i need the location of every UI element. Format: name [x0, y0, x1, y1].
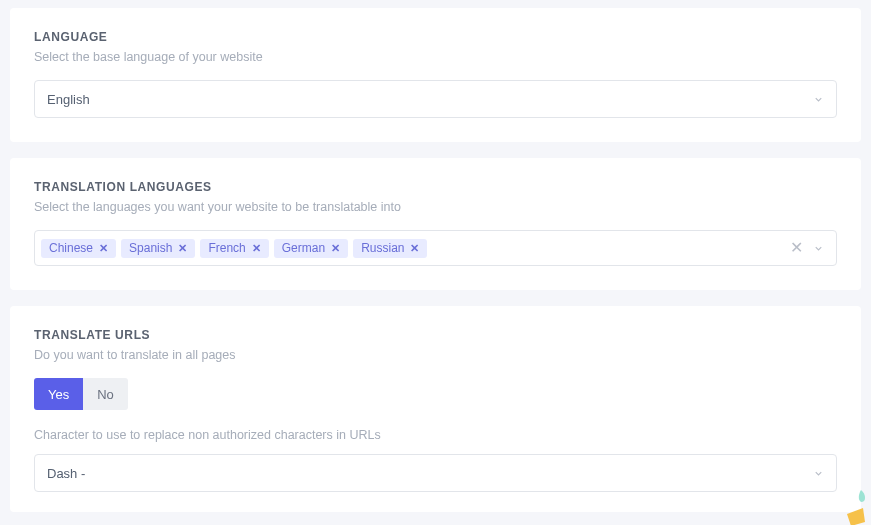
chevron-down-icon: [813, 94, 824, 105]
tag-label: Chinese: [49, 242, 93, 254]
url-char-select[interactable]: Dash -: [34, 454, 837, 492]
translation-card: TRANSLATION LANGUAGES Select the languag…: [10, 158, 861, 290]
url-char-desc: Character to use to replace non authoriz…: [34, 428, 837, 442]
translation-multiselect[interactable]: Chinese ✕ Spanish ✕ French ✕ German ✕ Ru…: [34, 230, 837, 266]
toggle-no[interactable]: No: [83, 378, 128, 410]
language-card: LANGUAGE Select the base language of you…: [10, 8, 861, 142]
tag-russian[interactable]: Russian ✕: [353, 239, 427, 258]
language-desc: Select the base language of your website: [34, 50, 837, 64]
url-char-value: Dash -: [47, 466, 813, 481]
chevron-down-icon: [813, 468, 824, 479]
base-language-select[interactable]: English: [34, 80, 837, 118]
remove-tag-icon[interactable]: ✕: [331, 242, 340, 255]
translate-urls-desc: Do you want to translate in all pages: [34, 348, 837, 362]
translate-urls-toggle: Yes No: [34, 378, 128, 410]
multiselect-controls: ✕: [790, 240, 830, 256]
toggle-yes[interactable]: Yes: [34, 378, 83, 410]
translate-urls-title: TRANSLATE URLS: [34, 328, 837, 342]
remove-tag-icon[interactable]: ✕: [178, 242, 187, 255]
translation-tags: Chinese ✕ Spanish ✕ French ✕ German ✕ Ru…: [41, 239, 790, 258]
remove-tag-icon[interactable]: ✕: [252, 242, 261, 255]
tag-label: German: [282, 242, 325, 254]
base-language-value: English: [47, 92, 813, 107]
translate-urls-card: TRANSLATE URLS Do you want to translate …: [10, 306, 861, 512]
tag-label: Spanish: [129, 242, 172, 254]
language-title: LANGUAGE: [34, 30, 837, 44]
chevron-down-icon[interactable]: [813, 243, 824, 254]
tag-french[interactable]: French ✕: [200, 239, 268, 258]
translation-title: TRANSLATION LANGUAGES: [34, 180, 837, 194]
tag-chinese[interactable]: Chinese ✕: [41, 239, 116, 258]
translation-desc: Select the languages you want your websi…: [34, 200, 837, 214]
tag-spanish[interactable]: Spanish ✕: [121, 239, 195, 258]
tag-label: French: [208, 242, 245, 254]
tag-german[interactable]: German ✕: [274, 239, 348, 258]
clear-all-icon[interactable]: ✕: [790, 240, 803, 256]
remove-tag-icon[interactable]: ✕: [410, 242, 419, 255]
remove-tag-icon[interactable]: ✕: [99, 242, 108, 255]
tag-label: Russian: [361, 242, 404, 254]
